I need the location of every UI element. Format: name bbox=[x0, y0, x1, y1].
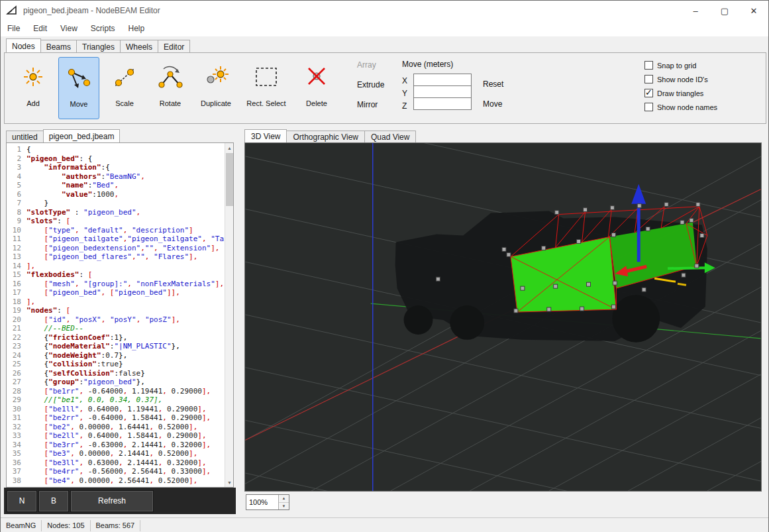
code-editor[interactable]: 1234567891011121314151617181920212223242… bbox=[6, 142, 234, 488]
titlebar: pigeon_bed.jbeam - NodeBEAM Editor – ▢ ✕ bbox=[1, 1, 768, 21]
tab-beams[interactable]: Beams bbox=[40, 40, 77, 52]
rotate-node-icon bbox=[156, 62, 185, 94]
menu-scripts[interactable]: Scripts bbox=[91, 24, 115, 33]
duplicate-tool-button[interactable]: Duplicate bbox=[195, 57, 236, 119]
code-line: //["be1", 0.0, 0.34, 0.37], bbox=[26, 396, 225, 405]
code-line: "information":{ bbox=[26, 163, 225, 172]
draw-triangles-label: Draw triangles bbox=[657, 89, 703, 97]
3d-viewport[interactable] bbox=[244, 142, 762, 492]
checkbox-box[interactable] bbox=[644, 103, 653, 111]
rotate-tool-label: Rotate bbox=[160, 99, 181, 107]
mirror-button[interactable]: Mirror bbox=[357, 100, 378, 109]
tab-nodes[interactable]: Nodes bbox=[6, 38, 41, 52]
scale-tool-label: Scale bbox=[115, 99, 134, 107]
tab-pigeon-bed-jbeam[interactable]: pigeon_bed.jbeam bbox=[43, 129, 121, 142]
code-line: {"group":"pigeon_bed"}, bbox=[26, 378, 225, 387]
x-input[interactable] bbox=[413, 74, 472, 86]
tab-wheels[interactable]: Wheels bbox=[120, 40, 158, 52]
minimize-button[interactable]: – bbox=[681, 1, 710, 21]
tab-triangles[interactable]: Triangles bbox=[76, 40, 121, 52]
viewport-bottom-bar: 100% ▲ ▼ bbox=[244, 494, 762, 514]
menu-edit[interactable]: Edit bbox=[33, 24, 47, 33]
extrude-button[interactable]: Extrude bbox=[357, 80, 384, 89]
tab-untitled[interactable]: untitled bbox=[6, 131, 44, 142]
maximize-button[interactable]: ▢ bbox=[710, 1, 739, 21]
zoom-spinner[interactable]: 100% ▲ ▼ bbox=[246, 494, 289, 510]
show-node-ids-checkbox[interactable]: Show node ID's bbox=[644, 75, 708, 83]
code-line: "name":"Bed", bbox=[26, 181, 225, 190]
editor-tabstrip: untitled pigeon_bed.jbeam bbox=[6, 129, 119, 142]
rect-select-icon bbox=[252, 62, 281, 94]
code-line: { bbox=[26, 145, 225, 154]
code-line: ["pigeon_tailgate","pigeon_tailgate", "T… bbox=[26, 235, 225, 244]
snap-to-grid-checkbox[interactable]: Snap to grid bbox=[644, 61, 696, 70]
code-line: ["id", "posX", "posY", "posZ"], bbox=[26, 315, 225, 325]
checkbox-box[interactable] bbox=[644, 61, 653, 70]
menubar: File Edit View Scripts Help bbox=[1, 21, 768, 36]
delete-tool-button[interactable]: Delete bbox=[296, 57, 337, 119]
spin-down-icon[interactable]: ▼ bbox=[279, 503, 289, 510]
refresh-button[interactable]: Refresh bbox=[71, 491, 153, 511]
tab-3d-view[interactable]: 3D View bbox=[244, 129, 287, 142]
scroll-down-icon[interactable]: ▼ bbox=[225, 478, 234, 487]
checkbox-box[interactable] bbox=[644, 75, 653, 83]
code-line: ["pigeon_bedextension","", "Extension"], bbox=[26, 244, 225, 253]
code-line: ["be1rr", -0.64000, 1.19441, 0.29000], bbox=[26, 387, 225, 396]
menu-view[interactable]: View bbox=[60, 24, 77, 33]
move-meters-label: Move (meters) bbox=[402, 60, 453, 69]
y-input[interactable] bbox=[413, 85, 472, 98]
show-node-names-label: Show node names bbox=[657, 103, 717, 111]
status-beams-count: Beams: 567 bbox=[91, 520, 141, 531]
status-nodes-count: Nodes: 105 bbox=[42, 520, 90, 531]
viewport-tabstrip: 3D View Orthographic View Quad View bbox=[244, 129, 415, 142]
reset-button[interactable]: Reset bbox=[483, 80, 503, 89]
zoom-value[interactable]: 100% bbox=[246, 495, 278, 509]
code-line: ["pigeon_bed", ["pigeon_bed"]], bbox=[26, 288, 225, 297]
array-group-label: Array bbox=[357, 60, 376, 70]
code-line: "slots": [ bbox=[26, 217, 225, 226]
beams-b-button[interactable]: B bbox=[39, 491, 68, 511]
scale-tool-button[interactable]: Scale bbox=[104, 57, 145, 119]
app-logo-icon bbox=[6, 5, 18, 17]
scrollbar-thumb[interactable] bbox=[226, 153, 233, 206]
code-line: ["be3ll", 0.63000, 2.14441, 0.32000], bbox=[26, 458, 225, 468]
draw-triangles-checkbox[interactable]: Draw triangles bbox=[644, 89, 703, 97]
add-tool-label: Add bbox=[26, 99, 40, 107]
z-input[interactable] bbox=[413, 97, 472, 110]
code-line: ["be4", 0.00000, 2.56441, 0.52000], bbox=[26, 476, 225, 486]
rear-wheel bbox=[612, 295, 660, 343]
code-lines[interactable]: {"pigeon_bed": { "information":{ "author… bbox=[26, 145, 225, 487]
scroll-up-icon[interactable]: ▲ bbox=[225, 143, 234, 152]
move-node-icon bbox=[64, 63, 93, 95]
zoom-spin-buttons[interactable]: ▲ ▼ bbox=[278, 495, 289, 509]
show-node-names-checkbox[interactable]: Show node names bbox=[644, 103, 717, 111]
duplicate-tool-label: Duplicate bbox=[201, 99, 231, 107]
close-button[interactable]: ✕ bbox=[739, 1, 768, 21]
front-wheel bbox=[404, 305, 433, 335]
scale-node-icon bbox=[110, 62, 139, 94]
rect-select-tool-button[interactable]: Rect. Select bbox=[241, 57, 291, 119]
nodes-n-button[interactable]: N bbox=[7, 491, 36, 511]
move-button[interactable]: Move bbox=[483, 99, 502, 109]
menu-help[interactable]: Help bbox=[128, 24, 145, 33]
z-axis-label: Z bbox=[402, 101, 407, 111]
rotate-tool-button[interactable]: Rotate bbox=[150, 57, 191, 119]
menu-file[interactable]: File bbox=[7, 24, 20, 33]
app-window: pigeon_bed.jbeam - NodeBEAM Editor – ▢ ✕… bbox=[0, 0, 769, 532]
spin-up-icon[interactable]: ▲ bbox=[279, 495, 289, 503]
code-line: "value":1000, bbox=[26, 190, 225, 199]
tab-editor[interactable]: Editor bbox=[158, 40, 190, 52]
tab-quad-view[interactable]: Quad View bbox=[364, 131, 416, 142]
snap-to-grid-label: Snap to grid bbox=[657, 62, 696, 70]
checkbox-box[interactable] bbox=[644, 89, 653, 97]
code-gutter: 1234567891011121314151617181920212223242… bbox=[7, 145, 24, 485]
editor-scrollbar[interactable]: ▲ ▼ bbox=[225, 143, 233, 487]
tab-orthographic-view[interactable]: Orthographic View bbox=[286, 131, 365, 142]
window-title: pigeon_bed.jbeam - NodeBEAM Editor bbox=[23, 6, 160, 15]
move-tool-label: Move bbox=[70, 100, 88, 108]
add-tool-button[interactable]: Add bbox=[13, 57, 54, 119]
code-line: "pigeon_bed": { bbox=[26, 154, 225, 164]
panel-splitter[interactable] bbox=[236, 129, 244, 514]
move-tool-button[interactable]: Move bbox=[58, 57, 99, 119]
code-line: "flexbodies": [ bbox=[26, 270, 225, 280]
